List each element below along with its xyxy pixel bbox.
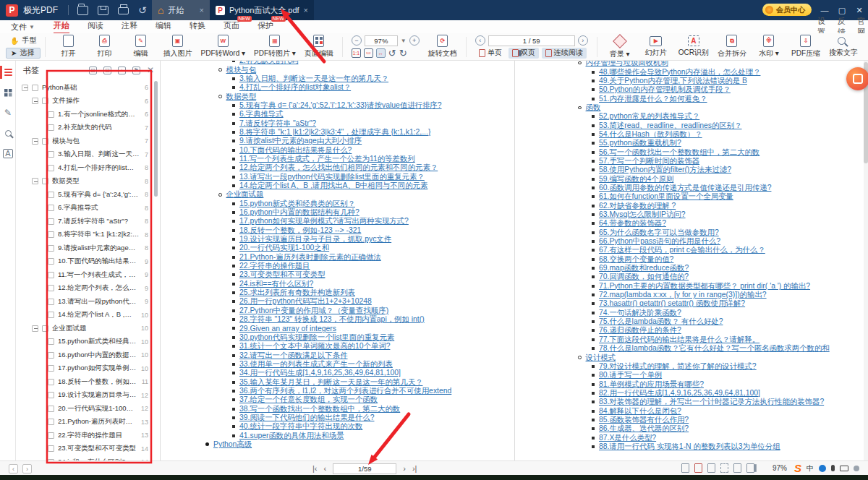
checkbox[interactable] (42, 178, 48, 184)
checkbox[interactable] (42, 138, 48, 145)
input-mode-icon[interactable]: 中 (807, 463, 814, 473)
checkbox[interactable] (48, 338, 54, 345)
checkbox[interactable] (48, 258, 54, 265)
bookmark-row[interactable]: 11.写一个列表生成式，产生...9 (16, 268, 160, 282)
toc-link[interactable]: 29.Given an array of integers (239, 325, 336, 333)
promo-float-button[interactable] (846, 67, 868, 90)
bookmark-row[interactable]: 21.Python-遍历列表时删除...13 (16, 416, 160, 429)
bookmark-row[interactable]: 18.反转一个整数，例如-123...11 (16, 375, 160, 389)
checkbox[interactable] (48, 285, 54, 291)
checkbox[interactable] (42, 325, 48, 332)
toc-link[interactable]: 4.打乱一个排好序的list对象alist？ (239, 82, 351, 93)
thumbnails-panel-icon[interactable] (0, 84, 16, 101)
view-mode-icon[interactable] (694, 463, 702, 473)
first-page-icon[interactable]: |‹ (312, 464, 318, 473)
bookmark-row[interactable]: Python基础6 (16, 81, 160, 95)
toc-link[interactable]: 51.内存泄露是什么？如何避免？ (599, 94, 707, 104)
prev-page-button[interactable]: ‹ (475, 35, 485, 46)
checkbox[interactable] (48, 124, 54, 131)
menu-file[interactable]: 文件▼ (11, 22, 35, 33)
close-panel-icon[interactable]: ✕ (147, 65, 154, 75)
bookmark-row[interactable]: 数据类型8 (16, 175, 160, 189)
close-tab-icon[interactable]: × (304, 6, 308, 14)
bookmark-row[interactable]: 24.is和==有什么区别?14 (16, 455, 160, 460)
pdf-to-image-button[interactable]: ▦PDF转图片 ▾ (254, 35, 296, 59)
print-button[interactable]: ⎙打印 (90, 35, 118, 59)
sogou-logo-icon[interactable]: S (794, 462, 801, 474)
insert-image-button[interactable]: ▣插入图片 (163, 35, 192, 59)
two-page-view-icon[interactable] (746, 463, 754, 473)
panel-scrollbar[interactable] (154, 81, 158, 197)
collapse-box-icon[interactable] (32, 325, 38, 332)
view-mode-icon[interactable] (733, 463, 741, 473)
checkbox[interactable] (48, 352, 54, 359)
toc-link[interactable]: 88.请用一行代码 实现将1-N 的整数列表以3为单位分组 (599, 442, 780, 452)
checkbox[interactable] (48, 312, 54, 318)
bookmark-row[interactable]: 2.补充缺失的代码7 (16, 121, 160, 135)
bookmark-row[interactable]: 5.现有字典 d= {'a':24,'g':52,...8 (16, 188, 160, 202)
continuous-button[interactable]: 连续阅读 (542, 48, 587, 59)
checkbox[interactable] (48, 419, 54, 425)
view-mode-icon[interactable] (707, 463, 715, 473)
ime-circle-icon[interactable] (819, 465, 826, 472)
checkbox[interactable] (48, 272, 54, 278)
main-scrollbar[interactable] (864, 61, 868, 460)
collapse-all-icon[interactable]: ⊟ (103, 67, 111, 74)
checkbox[interactable] (48, 245, 54, 252)
annotations-panel-icon[interactable]: ✎ (0, 104, 16, 121)
zoom-out-button[interactable]: − (352, 35, 362, 46)
tab-home[interactable]: ⌂ 开始 × (152, 0, 210, 20)
bookmark-row[interactable]: 4.打乱一个排好序的list对象al...8 (16, 161, 160, 175)
collapse-box-icon[interactable] (32, 178, 38, 184)
menu-tab[interactable]: 保护NEW (258, 20, 273, 34)
menu-tab[interactable]: 注释 (122, 20, 137, 34)
menu-tab[interactable]: 开始 (54, 20, 69, 34)
undo-icon[interactable]: ↺ (138, 5, 147, 15)
bookmark-row[interactable]: 8.将字符串 "k:1 |k1:2|k2:3|k...8 (16, 228, 160, 242)
bookmark-row[interactable]: 20.一行代码实现1-100之和12 (16, 402, 160, 416)
person-icon[interactable] (854, 466, 859, 471)
checkbox[interactable] (48, 432, 54, 439)
bookmark-row[interactable]: 16.python中内置的数据结...10 (16, 348, 160, 362)
background-button[interactable]: 背景 ▾ (606, 35, 634, 59)
select-tool-button[interactable]: ➤选择 (6, 48, 41, 59)
bookmark-row[interactable]: 14.给定两个list A，B ,请用...10 (16, 309, 160, 322)
search-panel-icon[interactable] (0, 124, 16, 142)
bookmark-row[interactable]: 企业面试题10 (16, 322, 160, 335)
pdf-to-word-button[interactable]: WPDF转Word ▾ (200, 35, 245, 59)
slideshow-button[interactable]: ▶幻灯片 (642, 36, 670, 58)
checkbox[interactable] (48, 365, 54, 372)
next-page-icon[interactable]: › (403, 464, 406, 473)
prev-page-icon[interactable]: ‹ (324, 464, 327, 473)
page-indicator-input[interactable]: 1 / 59 (488, 35, 575, 46)
hand-tool-button[interactable]: ✋手型 (6, 35, 41, 46)
view-mode-icon[interactable] (681, 463, 689, 473)
toc-link[interactable]: 28.字符串 "123" 转换成 123，不使用内置api，例如 int() (239, 314, 425, 325)
bookmark-row[interactable]: 6.字典推导式8 (16, 202, 160, 215)
collapse-box-icon[interactable] (32, 138, 38, 145)
bookmark-row[interactable]: 12.给定两个列表，怎么找出...9 (16, 282, 160, 296)
prev-view-button[interactable]: ‹ (9, 464, 18, 473)
bookmark-icon[interactable]: ⚑ (132, 67, 140, 74)
toc-link[interactable]: 14.给定两个list A、B ,请用找出A、B中相同与不同的元素 (239, 181, 427, 191)
collapse-box-icon[interactable] (22, 85, 28, 91)
checkbox[interactable] (48, 299, 54, 305)
toc-link[interactable]: 41.super函数的具体用法和场景 (239, 431, 344, 441)
ocr-button[interactable]: AOCR识别 (678, 35, 709, 58)
attachments-panel-icon[interactable]: A (0, 145, 16, 162)
toc-link[interactable]: Python高级 (213, 440, 252, 450)
rotate-doc-button[interactable]: ⟳旋转文档 (428, 35, 457, 59)
tab-document[interactable]: P Python面试大全.pdf × (210, 0, 314, 20)
checkbox[interactable] (48, 406, 54, 412)
checkbox[interactable] (32, 85, 38, 91)
view-mode-icon[interactable] (720, 463, 728, 473)
bookmark-row[interactable]: 9.请按alist中元素的age由大...8 (16, 241, 160, 255)
last-page-icon[interactable]: ›| (412, 464, 417, 473)
zoom-input[interactable]: 97% (365, 35, 398, 46)
collapse-box-icon[interactable] (32, 98, 38, 104)
member-center-button[interactable]: 会员中心 (762, 4, 812, 16)
bookmark-row[interactable]: 17.python如何实现单例模...10 (16, 362, 160, 376)
menu-tab[interactable]: 编辑 (156, 20, 171, 34)
zoom-in-button[interactable]: + (409, 35, 420, 46)
checkbox[interactable] (48, 392, 54, 398)
